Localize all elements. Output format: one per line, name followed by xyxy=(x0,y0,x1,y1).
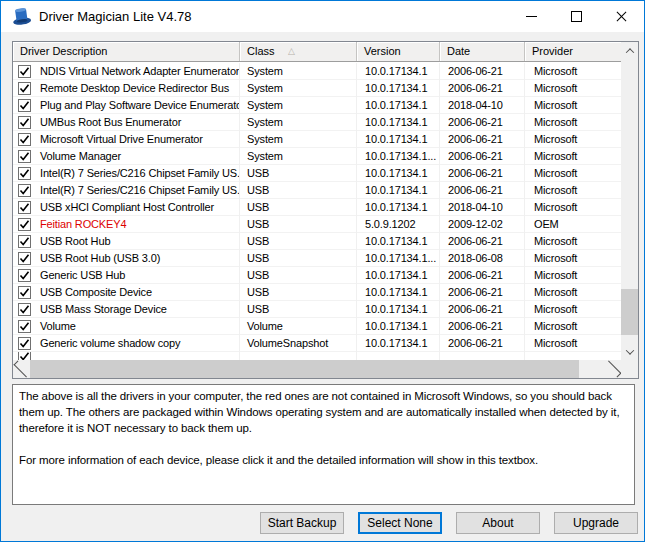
row-checkbox[interactable] xyxy=(18,150,31,163)
minimize-button[interactable] xyxy=(509,1,554,32)
chevron-down-icon xyxy=(625,346,633,354)
row-checkbox[interactable] xyxy=(18,184,31,197)
table-row[interactable]: Microsoft Virtual Drive Enumerator Syste… xyxy=(13,131,621,148)
table-row[interactable]: Intel(R) 7 Series/C216 Chipset Family US… xyxy=(13,165,621,182)
date-cell: 2006-06-21 xyxy=(440,318,525,335)
checkmark-icon xyxy=(19,236,30,247)
checkmark-icon xyxy=(19,66,30,77)
row-checkbox[interactable] xyxy=(18,303,31,316)
column-header-date[interactable]: Date xyxy=(440,42,525,61)
version-cell: 10.0.17134.1 xyxy=(357,199,440,216)
table-row[interactable]: Volume Volume 10.0.17134.1 2006-06-21 Mi… xyxy=(13,318,621,335)
date-cell: 2006-06-21 xyxy=(440,80,525,97)
row-checkbox[interactable] xyxy=(18,269,31,282)
provider-cell: Microsoft xyxy=(525,182,621,199)
version-cell: 10.0.17134.1 xyxy=(357,63,440,80)
close-button[interactable] xyxy=(599,1,644,32)
vertical-scrollbar-thumb[interactable] xyxy=(621,289,638,335)
window-title: Driver Magician Lite V4.78 xyxy=(39,9,191,24)
driver-description-cell: Volume xyxy=(40,318,76,335)
checkmark-icon xyxy=(19,338,30,349)
driver-description-cell: NDIS Virtual Network Adapter Enumerator xyxy=(40,63,239,80)
table-row[interactable]: USB Composite Device USB 10.0.17134.1 20… xyxy=(13,284,621,301)
row-checkbox[interactable] xyxy=(18,133,31,146)
row-checkbox[interactable] xyxy=(18,99,31,112)
scroll-up-button[interactable] xyxy=(621,42,638,59)
version-cell: 10.0.17134.1 xyxy=(357,335,440,352)
date-cell: 2006-06-21 xyxy=(440,301,525,318)
version-cell: 10.0.17134.1 xyxy=(357,80,440,97)
class-cell: USB xyxy=(240,216,357,233)
row-checkbox[interactable] xyxy=(18,116,31,129)
table-row[interactable]: USB Mass Storage Device USB 10.0.17134.1… xyxy=(13,301,621,318)
class-cell: System xyxy=(240,131,357,148)
title-bar[interactable]: Driver Magician Lite V4.78 xyxy=(1,1,644,32)
class-cell: USB xyxy=(240,267,357,284)
list-header: Driver Description Class△ Version Date P… xyxy=(13,42,638,62)
column-header-class[interactable]: Class△ xyxy=(240,42,357,61)
select-none-button[interactable]: Select None xyxy=(358,512,442,534)
table-row[interactable]: Remote Desktop Device Redirector Bus Sys… xyxy=(13,80,621,97)
row-checkbox[interactable] xyxy=(18,201,31,214)
row-checkbox[interactable] xyxy=(18,252,31,265)
driver-description-cell: Remote Desktop Device Redirector Bus xyxy=(40,80,229,97)
row-checkbox[interactable] xyxy=(18,235,31,248)
about-button[interactable]: About xyxy=(456,512,540,534)
table-row[interactable]: Feitian ROCKEY4 USB 5.0.9.1202 2009-12-0… xyxy=(13,216,621,233)
column-header-provider[interactable]: Provider xyxy=(525,42,621,61)
row-checkbox[interactable] xyxy=(18,352,31,360)
app-logo-magician-hat-icon xyxy=(11,7,32,26)
table-row[interactable]: USB Root Hub USB 10.0.17134.1 2006-06-21… xyxy=(13,233,621,250)
checkmark-icon xyxy=(19,287,30,298)
table-body: NDIS Virtual Network Adapter Enumerator … xyxy=(13,63,621,360)
table-row-partial[interactable] xyxy=(13,352,621,360)
provider-cell: OEM xyxy=(525,216,621,233)
version-cell: 10.0.17134.1 xyxy=(357,114,440,131)
date-cell: 2006-06-21 xyxy=(440,284,525,301)
row-checkbox[interactable] xyxy=(18,167,31,180)
row-checkbox[interactable] xyxy=(18,286,31,299)
scroll-right-button[interactable] xyxy=(604,360,621,378)
provider-cell: Microsoft xyxy=(525,165,621,182)
info-textbox[interactable]: The above is all the drivers in your com… xyxy=(12,384,635,505)
table-row[interactable]: USB Root Hub (USB 3.0) USB 10.0.17134.1.… xyxy=(13,250,621,267)
table-row[interactable]: Generic USB Hub USB 10.0.17134.1 2006-06… xyxy=(13,267,621,284)
provider-cell: Microsoft xyxy=(525,233,621,250)
horizontal-scrollbar[interactable] xyxy=(13,360,621,378)
version-cell: 10.0.17134.1 xyxy=(357,97,440,114)
table-row[interactable]: Volume Manager System 10.0.17134.1... 20… xyxy=(13,148,621,165)
provider-cell: Microsoft xyxy=(525,301,621,318)
checkmark-icon xyxy=(19,304,30,315)
vertical-scrollbar[interactable] xyxy=(621,42,638,360)
table-row[interactable]: USB xHCI Compliant Host Controller USB 1… xyxy=(13,199,621,216)
table-row[interactable]: NDIS Virtual Network Adapter Enumerator … xyxy=(13,63,621,80)
upgrade-button[interactable]: Upgrade xyxy=(554,512,638,534)
table-row[interactable]: UMBus Root Bus Enumerator System 10.0.17… xyxy=(13,114,621,131)
maximize-button[interactable] xyxy=(554,1,599,32)
provider-cell: Microsoft xyxy=(525,63,621,80)
scroll-down-button[interactable] xyxy=(621,343,638,360)
table-row[interactable]: Generic volume shadow copy VolumeSnapsho… xyxy=(13,335,621,352)
provider-cell: Microsoft xyxy=(525,267,621,284)
checkmark-icon xyxy=(19,100,30,111)
row-checkbox[interactable] xyxy=(18,82,31,95)
driver-description-cell: USB Root Hub (USB 3.0) xyxy=(40,250,160,267)
version-cell: 10.0.17134.1 xyxy=(357,267,440,284)
table-row[interactable]: Plug and Play Software Device Enumerator… xyxy=(13,97,621,114)
checkmark-icon xyxy=(19,151,30,162)
checkmark-icon xyxy=(19,253,30,264)
column-header-version[interactable]: Version xyxy=(357,42,440,61)
date-cell: 2006-06-21 xyxy=(440,63,525,80)
column-header-driver-description[interactable]: Driver Description xyxy=(13,42,240,61)
row-checkbox[interactable] xyxy=(18,320,31,333)
start-backup-button[interactable]: Start Backup xyxy=(260,512,344,534)
table-row[interactable]: Intel(R) 7 Series/C216 Chipset Family US… xyxy=(13,182,621,199)
horizontal-scrollbar-thumb[interactable] xyxy=(30,360,579,378)
scroll-left-button[interactable] xyxy=(13,360,30,378)
row-checkbox[interactable] xyxy=(18,65,31,78)
provider-cell: Microsoft xyxy=(525,80,621,97)
row-checkbox[interactable] xyxy=(18,337,31,350)
row-checkbox[interactable] xyxy=(18,218,31,231)
maximize-icon xyxy=(571,11,582,22)
chevron-left-icon xyxy=(13,361,30,378)
